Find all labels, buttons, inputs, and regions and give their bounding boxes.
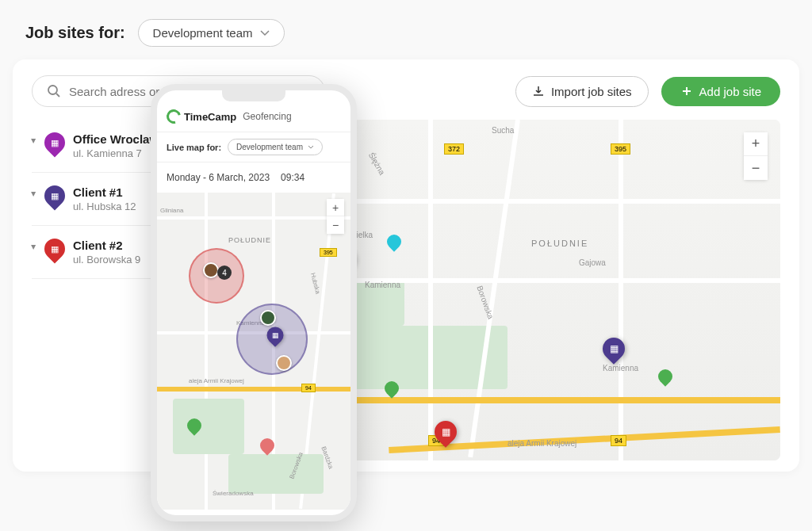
add-label: Add job site	[699, 85, 761, 98]
search-icon	[47, 84, 61, 98]
phone-notch	[222, 90, 285, 101]
download-icon	[532, 85, 545, 97]
user-avatar[interactable]	[260, 310, 276, 326]
mobile-team-selector[interactable]: Development team	[228, 139, 323, 155]
mobile-time: 09:34	[281, 172, 304, 183]
mobile-team-label: Development team	[236, 143, 303, 151]
highway	[157, 387, 350, 392]
timecamp-logo-icon	[164, 107, 184, 127]
poi-pin	[658, 369, 672, 387]
brand-name: TimeCamp	[184, 111, 236, 123]
poi-pin	[187, 418, 201, 436]
street-label: Gajowa	[579, 258, 606, 267]
zoom-in-button[interactable]: +	[327, 199, 344, 216]
street-label: Gliniana	[160, 207, 183, 214]
route-badge: 395	[611, 143, 630, 155]
district-label: POŁUDNIE	[228, 236, 271, 244]
jobsite-title: Client #2	[73, 239, 140, 252]
park-shape	[173, 399, 244, 454]
mobile-pin-indigo[interactable]: ▦	[267, 327, 284, 349]
route-badge: 372	[444, 143, 464, 155]
road	[157, 216, 350, 220]
svg-point-0	[48, 86, 57, 94]
mobile-preview: TimeCamp Geofencing Live map for: Develo…	[151, 84, 357, 521]
road	[205, 193, 208, 510]
mobile-map[interactable]: Gliniana Kamienna aleja Armii Krajowej H…	[157, 193, 350, 510]
road	[619, 120, 623, 460]
jobsite-title: Client #1	[73, 185, 136, 199]
route-badge: 94	[301, 384, 316, 392]
jobsite-address: ul. Hubska 12	[73, 201, 136, 212]
chevron-down-icon: ▸	[29, 245, 40, 250]
user-avatar[interactable]	[276, 355, 292, 371]
team-selector[interactable]: Development team	[138, 19, 285, 47]
poi-pin	[385, 381, 399, 399]
zoom-out-button[interactable]: −	[744, 156, 768, 180]
map-pin-red[interactable]: ▦	[435, 421, 457, 449]
plus-icon	[680, 85, 693, 97]
poi-pin	[260, 438, 274, 456]
main-panel: Import job sites Add job site ▸ ▦ Office…	[13, 59, 799, 472]
map-pin-indigo[interactable]: ▦	[603, 338, 625, 366]
page-title: Job sites for:	[25, 24, 125, 42]
pin-icon: ▦	[44, 239, 65, 264]
jobsite-address: ul. Kamienna 7	[73, 147, 159, 159]
import-label: Import job sites	[551, 85, 632, 98]
district-label: POŁUDNIE	[531, 239, 588, 248]
svg-line-1	[56, 94, 59, 97]
feature-name: Geofencing	[243, 111, 291, 122]
chevron-down-icon: ▸	[29, 139, 40, 143]
mobile-zoom-controls: + −	[327, 199, 344, 234]
member-count: 4	[217, 266, 232, 280]
street-label: aleja Armii Krajowej	[189, 377, 244, 384]
add-jobsite-button[interactable]: Add job site	[661, 77, 780, 106]
zoom-controls: + −	[744, 132, 768, 180]
poi-pin	[387, 235, 401, 252]
street-label: Hubska	[309, 272, 322, 295]
route-badge: 395	[320, 248, 337, 257]
pin-icon: ▦	[44, 132, 65, 158]
pin-icon: ▦	[44, 185, 65, 211]
chevron-down-icon: ▸	[29, 192, 40, 197]
live-map-label: Live map for:	[167, 143, 221, 152]
chevron-down-icon	[260, 30, 270, 36]
import-button[interactable]: Import job sites	[515, 76, 649, 107]
street-label: Kamienna	[365, 281, 400, 289]
mobile-date: Monday - 6 March, 2023	[167, 172, 270, 183]
jobsite-title: Office Wroclaw	[73, 132, 159, 146]
zoom-out-button[interactable]: −	[327, 216, 344, 234]
route-badge: 94	[611, 435, 626, 446]
user-avatar[interactable]	[203, 262, 219, 278]
street-label: aleja Armii Krajowej	[508, 439, 576, 448]
street-label: Świeradowska	[213, 490, 254, 497]
zoom-in-button[interactable]: +	[744, 132, 768, 156]
team-selector-label: Development team	[153, 26, 253, 40]
chevron-down-icon	[308, 145, 314, 150]
park-shape	[228, 454, 324, 494]
jobsite-address: ul. Borowska 9	[73, 254, 140, 266]
street-label: Sucha	[492, 126, 514, 135]
road	[428, 120, 433, 460]
